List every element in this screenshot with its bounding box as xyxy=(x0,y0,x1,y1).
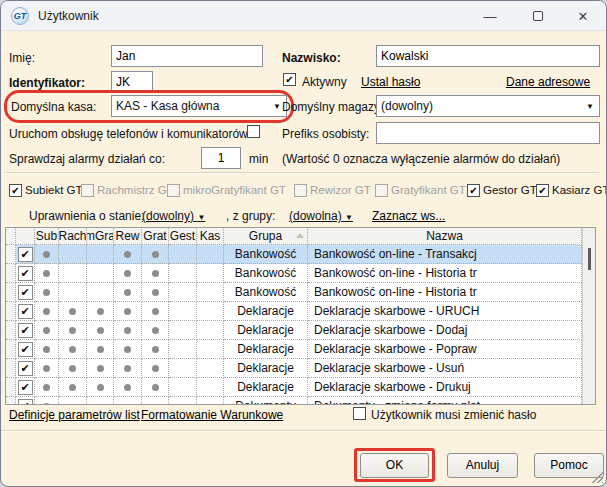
header-gest[interactable]: Gest xyxy=(169,228,197,245)
dane-adresowe-link[interactable]: Dane adresowe xyxy=(506,75,590,89)
row-selector-cell[interactable] xyxy=(6,283,16,302)
zaznacz-wszystkie-link[interactable]: Zaznacz ws... xyxy=(372,209,445,223)
product-kasiarz-gt[interactable]: ✔Kasiarz GT xyxy=(536,184,607,197)
dot-cell-rew xyxy=(114,321,142,340)
domyslny-magazyn-select[interactable]: (dowolny) ▼ xyxy=(376,95,600,117)
definicje-parametrow-link[interactable]: Definicje parametrów list xyxy=(9,408,140,422)
dot-cell-rach xyxy=(59,359,87,378)
minimize-button[interactable]: — xyxy=(473,1,507,31)
row-selector-cell[interactable] xyxy=(6,378,16,397)
dot-cell-kas xyxy=(197,359,224,378)
row-selector-cell[interactable] xyxy=(6,245,16,264)
dot-cell-grat xyxy=(142,283,169,302)
state-filter-dropdown[interactable]: (dowolny) ▼ xyxy=(142,209,205,223)
table-row[interactable]: ✔DeklaracjeDeklaracje skarbowe - Drukuj xyxy=(6,378,582,397)
insert-gt-app-icon: GT xyxy=(11,7,29,25)
subiekt-checkbox[interactable]: ✔ xyxy=(9,184,22,197)
row-checkbox[interactable]: ✔ xyxy=(18,247,33,262)
domyslny-magazyn-value: (dowolny) xyxy=(381,99,433,113)
row-checkbox[interactable]: ✔ xyxy=(18,266,33,281)
table-row[interactable]: ✔DokumentyDokumenty - zmiana formy płat xyxy=(6,397,582,404)
header-grat[interactable]: Grat xyxy=(142,228,169,245)
table-row[interactable]: ✔BankowośćBankowość on-line - Transakcj xyxy=(6,245,582,264)
permission-dot-icon xyxy=(69,308,76,315)
table-row[interactable]: ✔DeklaracjeDeklaracje skarbowe - Popraw xyxy=(6,340,582,359)
row-selector-cell[interactable] xyxy=(6,359,16,378)
permission-dot-icon xyxy=(152,289,159,296)
header-mgra[interactable]: mGra xyxy=(87,228,114,245)
identyfikator-label: Identyfikator: xyxy=(9,76,85,90)
domyslna-kasa-select[interactable]: KAS - Kasa główna ▼ xyxy=(111,95,287,117)
dot-cell-sub xyxy=(35,397,59,404)
header-rach[interactable]: Rach xyxy=(59,228,87,245)
row-checkbox[interactable]: ✔ xyxy=(18,323,33,338)
kasiarz-checkbox[interactable]: ✔ xyxy=(536,184,549,197)
row-selector-cell[interactable] xyxy=(6,302,16,321)
grupa-cell: Deklaracje xyxy=(224,321,308,340)
dot-cell-grat xyxy=(142,397,169,404)
close-button[interactable]: ✕ xyxy=(566,1,600,31)
header-sub[interactable]: Sub xyxy=(35,228,59,245)
chevron-down-icon: ▼ xyxy=(586,102,594,111)
product-mikrogratyfikant-gt: mikroGratyfikant GT xyxy=(167,184,286,197)
aktywny-checkbox[interactable]: ✔ xyxy=(283,73,296,86)
dot-cell-sub xyxy=(35,264,59,283)
help-button[interactable]: Pomoc xyxy=(534,453,604,478)
grupa-cell: Deklaracje xyxy=(224,378,308,397)
must-change-password-checkbox[interactable] xyxy=(353,407,366,420)
row-checkbox[interactable]: ✔ xyxy=(18,285,33,300)
imie-input[interactable] xyxy=(111,45,263,67)
formatowanie-warunkowe-link[interactable]: Formatowanie Warunkowe xyxy=(141,408,283,422)
row-selector-cell[interactable] xyxy=(6,264,16,283)
product-subiekt-gt[interactable]: ✔Subiekt GT xyxy=(9,184,83,197)
nazwisko-input[interactable] xyxy=(376,45,600,67)
mikrogratyfikant-checkbox xyxy=(167,184,180,197)
table-row[interactable]: ✔DeklaracjeDeklaracje skarbowe - Dodaj xyxy=(6,321,582,340)
nazwa-cell: Deklaracje skarbowe - Usuń xyxy=(308,359,582,378)
table-vertical-scrollbar[interactable] xyxy=(582,228,595,404)
permission-dot-icon xyxy=(124,327,131,334)
grupa-cell: Bankowość xyxy=(224,264,308,283)
header-grupa[interactable]: Grupa xyxy=(224,228,308,245)
header-nazwa[interactable]: Nazwa xyxy=(308,228,582,245)
table-row[interactable]: ✔BankowośćBankowość on-line - Historia t… xyxy=(6,264,582,283)
product-gratyfikant-gt: Gratyfikant GT xyxy=(375,184,466,197)
row-checkbox[interactable]: ✔ xyxy=(18,304,33,319)
identyfikator-input[interactable] xyxy=(111,71,153,93)
grupa-cell: Deklaracje xyxy=(224,302,308,321)
scrollbar-thumb[interactable] xyxy=(588,248,591,270)
row-checkbox[interactable]: ✔ xyxy=(18,342,33,357)
table-row[interactable]: ✔DeklaracjeDeklaracje skarbowe - Usuń xyxy=(6,359,582,378)
dot-cell-mgra xyxy=(87,245,114,264)
table-row[interactable]: ✔BankowośćBankowość on-line - Historia t… xyxy=(6,283,582,302)
domyslny-magazyn-label: Domyślny magazyn: xyxy=(282,100,390,114)
row-selector-cell[interactable] xyxy=(6,340,16,359)
maximize-button[interactable] xyxy=(521,1,555,31)
product-gestor-gt[interactable]: ✔Gestor GT xyxy=(467,184,537,197)
gestor-checkbox[interactable]: ✔ xyxy=(467,184,480,197)
telefony-checkbox[interactable] xyxy=(247,125,260,138)
header-checkbox-col[interactable] xyxy=(16,228,35,245)
row-selector-cell[interactable] xyxy=(6,321,16,340)
group-filter-dropdown[interactable]: (dowolna) ▼ xyxy=(289,209,353,223)
row-checkbox[interactable]: ✔ xyxy=(18,380,33,395)
row-checkbox[interactable]: ✔ xyxy=(18,361,33,376)
dot-cell-rew xyxy=(114,340,142,359)
ok-button[interactable]: OK xyxy=(360,453,429,478)
dot-cell-grat xyxy=(142,302,169,321)
header-rew[interactable]: Rew xyxy=(114,228,142,245)
cancel-button[interactable]: Anuluj xyxy=(447,453,518,478)
row-checkbox[interactable]: ✔ xyxy=(18,399,33,405)
nazwa-cell: Bankowość on-line - Transakcj xyxy=(308,245,582,264)
table-row[interactable]: ✔DeklaracjeDeklaracje skarbowe - URUCH xyxy=(6,302,582,321)
header-kas[interactable]: Kas xyxy=(197,228,224,245)
ustal-haslo-link[interactable]: Ustal hasło xyxy=(361,75,420,89)
dot-cell-gest xyxy=(169,340,197,359)
permission-dot-icon xyxy=(43,327,50,334)
alarmy-input[interactable] xyxy=(201,147,241,169)
dot-cell-rew xyxy=(114,359,142,378)
dot-cell-kas xyxy=(197,283,224,302)
row-selector-cell[interactable] xyxy=(6,397,16,404)
prefiks-input[interactable] xyxy=(376,122,600,144)
window-title: Użytkownik xyxy=(38,9,99,23)
